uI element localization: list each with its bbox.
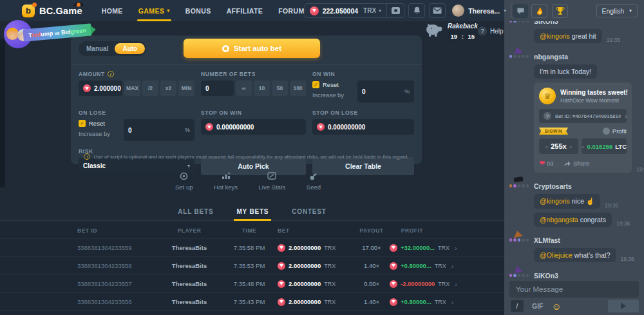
table-row[interactable]: 3388381304233558 TheresaBits 7:35:53 PM … — [0, 257, 504, 275]
chat-message: Cryptosarts @kingoris nice ☝ 19:35 — [509, 181, 639, 209]
clear-table-button[interactable]: Clear Table — [312, 157, 414, 175]
share-button[interactable]: Share — [564, 160, 589, 167]
chat-message: nbgangsta I'm in luck Today! ♛ Winning t… — [509, 52, 639, 173]
mention[interactable]: @kingoris — [540, 32, 570, 40]
mention[interactable]: @kingoris — [540, 197, 570, 205]
chat-username[interactable]: Cryptosarts — [534, 182, 639, 190]
reset-label: Reset — [89, 120, 105, 127]
chat-username[interactable]: SiKOn3 — [534, 272, 639, 279]
menu-home[interactable]: HOME — [102, 0, 123, 21]
bets-50-button[interactable]: 50 — [272, 81, 288, 96]
number-of-bets-input[interactable]: 0 — [201, 81, 234, 96]
chat-toggle-button[interactable] — [513, 4, 528, 18]
chat-bubble: @nbgangsta congrats — [534, 213, 612, 227]
amount-min-button[interactable]: MIN — [178, 81, 194, 96]
chat-fireball-button[interactable] — [531, 4, 547, 18]
language-select[interactable]: English ▾ — [596, 4, 638, 17]
table-row[interactable]: 3388381304233557 TheresaBits 7:35:48 PM … — [0, 275, 504, 293]
chat-username[interactable]: nbgangsta — [534, 53, 639, 61]
logo-icon: b — [22, 5, 35, 17]
help-button[interactable]: ? Help — [478, 26, 504, 35]
live-stats-button[interactable]: Live Stats — [259, 171, 286, 191]
hotkeys-button[interactable]: Hot keys — [214, 171, 238, 191]
bet-amount: 2.00000000 — [289, 244, 321, 251]
info-icon[interactable]: i — [108, 71, 114, 77]
diamond-icon: ◆ — [545, 144, 549, 149]
on-lose-reset-checkbox[interactable]: ✓ — [79, 120, 86, 127]
send-arrow-icon — [621, 303, 626, 309]
stop-on-win-input[interactable]: 0.000000000 — [201, 119, 306, 135]
emoji-picker-button[interactable]: ☺ — [552, 301, 562, 311]
on-win-value: 0 — [362, 88, 366, 95]
amount-max-button[interactable]: MAX — [124, 81, 140, 96]
menu-forum[interactable]: FORUM — [278, 0, 305, 21]
risk-value: Classic — [83, 162, 106, 169]
seed-button[interactable]: Seed — [307, 171, 321, 191]
bet-currency: TRX — [324, 245, 336, 251]
trx-coin-icon — [317, 123, 325, 131]
on-win-reset-checkbox[interactable]: ✓ — [312, 81, 319, 88]
gif-button[interactable]: GIF — [532, 302, 544, 310]
notifications-button[interactable] — [408, 3, 425, 18]
on-win-increase-input[interactable]: 0% — [357, 81, 414, 102]
mention[interactable]: @Oliejuice — [540, 251, 573, 259]
menu-games[interactable]: GAMES▾ — [138, 0, 170, 21]
like-button[interactable]: ❤03 — [539, 159, 553, 167]
chat-username[interactable]: SiKOn3 — [534, 21, 639, 25]
bets-100-button[interactable]: 100 — [290, 81, 306, 96]
send-button[interactable] — [608, 300, 639, 312]
menu-bonus[interactable]: BONUS — [185, 0, 211, 21]
on-lose-value: 0 — [128, 127, 132, 134]
bet-id-link[interactable]: ? Bet ID: #4076447949916814 › — [539, 109, 627, 123]
user-menu[interactable]: Theresa... ▾ — [452, 5, 506, 17]
heart-icon: ❤ — [539, 159, 545, 167]
table-row[interactable]: 3388381304233559 TheresaBits 7:35:58 PM … — [0, 239, 504, 257]
win-amount: 0.016256 — [587, 143, 613, 150]
header-player: PLAYER — [158, 227, 221, 234]
fireball-icon — [535, 6, 544, 15]
rakeback-timer-block: Rakeback 19 : 15 — [448, 23, 478, 41]
trx-coin-icon — [278, 298, 285, 306]
amount-double-button[interactable]: x2 — [160, 81, 176, 96]
logo-text: BC.Game — [39, 6, 82, 16]
live-stats-icon — [267, 172, 276, 180]
promo-banner-ribbon: Tredump vs Bidgreen — [23, 23, 91, 41]
wallet-button[interactable] — [387, 3, 404, 18]
balance-selector[interactable]: 222.050004 TRX ▾ — [305, 3, 405, 18]
rakeback-widget[interactable]: Rakeback 19 : 15 — [425, 23, 478, 41]
main-area: Tredump vs Bidgreen Rakeback 19 : 15 ? H… — [0, 21, 504, 315]
slash-command-button[interactable]: / — [511, 300, 524, 312]
logo[interactable]: b BC.Game — [22, 5, 82, 17]
chevron-right-icon: › — [455, 244, 457, 252]
amount-input[interactable]: 2.000000 — [79, 81, 122, 96]
medal-badges — [509, 21, 529, 23]
chat-contest-button[interactable] — [552, 4, 568, 18]
trx-coin-icon — [83, 84, 91, 92]
medal-badges — [509, 55, 529, 58]
username: Theresa... — [468, 7, 500, 15]
tab-my-bets[interactable]: MY BETS — [234, 204, 271, 220]
promo-banner[interactable]: Tredump vs Bidgreen — [4, 19, 94, 53]
menu-affiliate[interactable]: AFFILIATE — [227, 0, 263, 21]
auto-mode-button[interactable]: Auto — [115, 43, 145, 54]
seed-label: Seed — [307, 184, 321, 191]
chevron-down-icon: ▾ — [629, 8, 632, 14]
on-lose-increase-input[interactable]: 0% — [124, 119, 194, 141]
stop-on-lose-input[interactable]: 0.000000000 — [312, 119, 414, 135]
messages-button[interactable] — [429, 3, 446, 18]
trx-coin-icon — [390, 298, 397, 306]
chat-username[interactable]: XLMfast — [534, 236, 639, 244]
tab-all-bets[interactable]: ALL BETS — [175, 204, 216, 220]
setup-button[interactable]: Set up — [175, 171, 193, 191]
bets-infinity-button[interactable]: ∞ — [236, 81, 252, 96]
table-row[interactable]: 3388381304233556 TheresaBits 7:35:43 PM … — [0, 293, 504, 311]
amount-half-button[interactable]: /2 — [142, 81, 158, 96]
bets-10-button[interactable]: 10 — [254, 81, 270, 96]
trx-coin-icon — [278, 244, 285, 252]
mention[interactable]: @nbgangsta — [540, 216, 578, 224]
tab-contest[interactable]: CONTEST — [289, 204, 328, 220]
chat-message-input[interactable] — [509, 281, 639, 298]
chat-time: 19:35 — [607, 37, 620, 43]
on-win-field: ON WIN ✓Reset Increase by 0% — [312, 71, 414, 102]
start-auto-bet-button[interactable]: Start auto bet — [184, 39, 320, 58]
